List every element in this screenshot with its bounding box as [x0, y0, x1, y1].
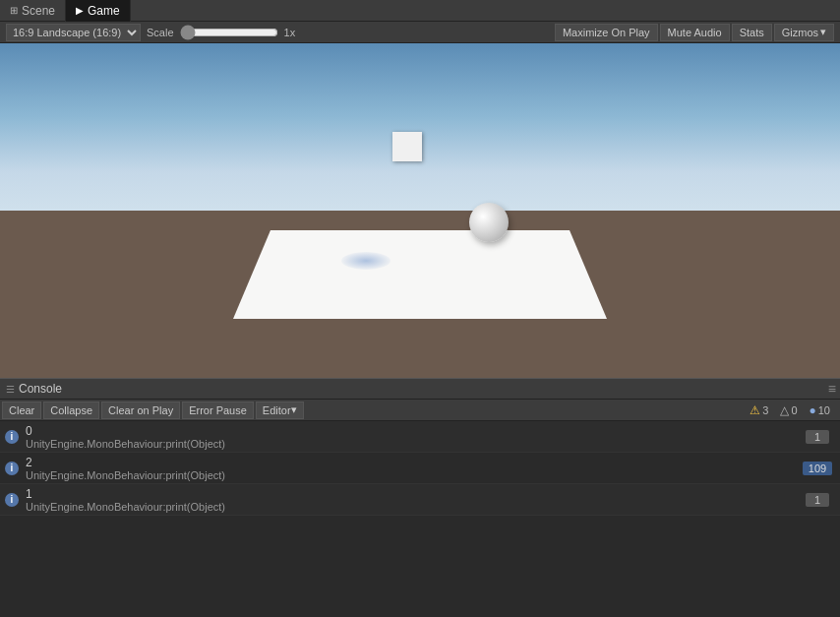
log-icon-col-2: i: [0, 484, 20, 515]
log-count-col-2: 1: [801, 484, 840, 515]
gizmos-label: Gizmos: [782, 27, 818, 38]
scale-label: Scale: [147, 27, 174, 38]
tab-game-label: Game: [88, 4, 120, 18]
warn-icon: ⚠: [750, 403, 760, 417]
log-count-col-1: 109: [801, 453, 840, 483]
warn-badge[interactable]: ⚠ 3: [746, 403, 772, 417]
gizmos-button[interactable]: Gizmos ▾: [774, 24, 834, 41]
info-badge[interactable]: ● 10: [806, 403, 835, 417]
editor-button[interactable]: Editor ▾: [256, 401, 304, 419]
log-content-1: 2 UnityEngine.MonoBehaviour:print(Object…: [20, 453, 801, 483]
clear-button[interactable]: Clear: [2, 401, 41, 419]
log-trace-2: UnityEngine.MonoBehaviour:print(Object): [26, 501, 795, 513]
log-count-col-0: 1: [801, 421, 840, 452]
info-icon: ●: [810, 403, 816, 417]
log-info-icon-0: i: [5, 430, 19, 444]
warn-count: 3: [762, 404, 768, 416]
scale-value: 1x: [284, 27, 300, 38]
log-info-icon-1: i: [5, 462, 19, 475]
console-toolbar: Clear Collapse Clear on Play Error Pause…: [0, 400, 840, 421]
tab-scene[interactable]: ⊞ Scene: [0, 0, 66, 22]
error-count: 0: [791, 404, 797, 416]
error-icon: △: [780, 403, 789, 417]
game-toolbar: 16:9 Landscape (16:9) Scale 1x Maximize …: [0, 22, 840, 43]
console-toolbar-right: ⚠ 3 △ 0 ● 10: [746, 403, 834, 417]
log-count-badge-1: 109: [803, 462, 832, 475]
tab-scene-label: Scene: [22, 4, 55, 18]
clear-on-play-button[interactable]: Clear on Play: [101, 401, 180, 419]
log-entry[interactable]: i 0 UnityEngine.MonoBehaviour:print(Obje…: [0, 421, 840, 453]
aspect-select[interactable]: 16:9 Landscape (16:9): [6, 24, 141, 41]
cube-object: [392, 132, 422, 161]
platform-shadow: [341, 252, 390, 270]
error-badge[interactable]: △ 0: [776, 403, 801, 417]
log-count-badge-2: 1: [806, 493, 829, 507]
log-trace-1: UnityEngine.MonoBehaviour:print(Object): [26, 469, 795, 481]
stats-button[interactable]: Stats: [732, 24, 772, 41]
console-tab-title: Console: [19, 382, 62, 396]
scene-tab-icon: ⊞: [10, 5, 18, 16]
log-info-icon-2: i: [5, 493, 19, 507]
editor-dropdown-icon: ▾: [291, 403, 297, 416]
console-log-area: i 0 UnityEngine.MonoBehaviour:print(Obje…: [0, 421, 840, 617]
white-platform: [233, 230, 607, 319]
console-section: ☰ Console ≡ Clear Collapse Clear on Play…: [0, 378, 840, 617]
top-tab-bar: ⊞ Scene ▶ Game: [0, 0, 840, 22]
log-num-1: 2: [26, 456, 795, 469]
scale-slider[interactable]: [180, 26, 278, 39]
collapse-button[interactable]: Collapse: [43, 401, 99, 419]
maximize-on-play-button[interactable]: Maximize On Play: [555, 24, 658, 41]
toolbar-right: Maximize On Play Mute Audio Stats Gizmos…: [555, 24, 834, 41]
log-icon-col-0: i: [0, 421, 20, 452]
log-entry[interactable]: i 1 UnityEngine.MonoBehaviour:print(Obje…: [0, 484, 840, 516]
info-count: 10: [818, 404, 830, 416]
console-tab-bar: ☰ Console ≡: [0, 378, 840, 400]
log-count-badge-0: 1: [806, 430, 829, 444]
log-icon-col-1: i: [0, 453, 20, 483]
log-num-2: 1: [26, 487, 795, 501]
editor-label: Editor: [263, 404, 291, 416]
error-pause-button[interactable]: Error Pause: [182, 401, 254, 419]
log-content-0: 0 UnityEngine.MonoBehaviour:print(Object…: [20, 421, 801, 452]
log-trace-0: UnityEngine.MonoBehaviour:print(Object): [26, 438, 795, 450]
sphere-object: [469, 203, 509, 242]
log-content-2: 1 UnityEngine.MonoBehaviour:print(Object…: [20, 484, 801, 515]
mute-audio-button[interactable]: Mute Audio: [660, 24, 730, 41]
tab-game[interactable]: ▶ Game: [66, 0, 131, 22]
gizmos-dropdown-icon: ▾: [820, 26, 826, 38]
console-menu-button[interactable]: ≡: [828, 381, 836, 397]
game-tab-icon: ▶: [76, 5, 84, 16]
log-num-0: 0: [26, 424, 795, 438]
log-entry[interactable]: i 2 UnityEngine.MonoBehaviour:print(Obje…: [0, 453, 840, 484]
console-tab-icon: ☰: [6, 384, 15, 395]
game-viewport: [0, 43, 840, 378]
